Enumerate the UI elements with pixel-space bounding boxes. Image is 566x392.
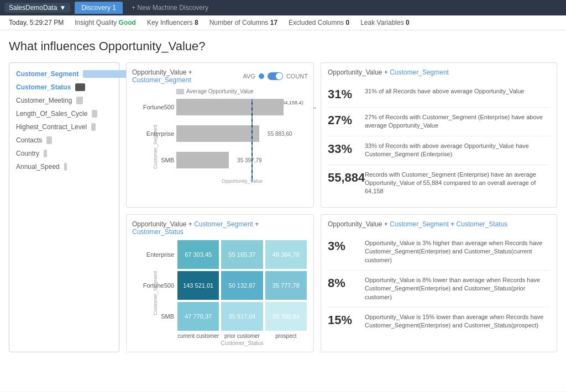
insight-quality-label: Insight Quality	[75, 19, 117, 27]
insight-text: Records with Customer_Segment (Enterpris…	[365, 171, 550, 196]
sidebar-bar	[75, 83, 85, 91]
heatmap-panel: Opportunity_Value + Customer_Segment + C…	[126, 214, 314, 352]
bar-fill: --	[176, 99, 284, 115]
insight-value: 31%	[328, 87, 358, 102]
key-influencers-label: Key Influencers	[147, 19, 193, 27]
sidebar-item-customer-status[interactable]: Customer_Status	[9, 81, 119, 94]
sidebar-item-label: Country	[16, 150, 39, 157]
avg-count-toggle[interactable]	[268, 72, 283, 80]
insight2-title-link2[interactable]: Customer_Status	[457, 220, 508, 228]
bar-chart-header: Opportunity_Value + Customer_Segment AVG…	[132, 68, 308, 84]
heatmap-cell: 30 390,64	[265, 302, 307, 331]
sidebar-item-country[interactable]: Country	[9, 147, 119, 160]
leak-variables: Leak Variables 0	[360, 19, 410, 27]
insight-item: 27%27% of Records with Customer_Segment …	[328, 108, 550, 136]
insight-text: 33% of Records with above average Opport…	[365, 142, 550, 159]
heatmap-row-label: SMB	[135, 313, 174, 320]
insight2-title-prefix: Opportunity_Value +	[328, 220, 390, 228]
insight-quality: Insight Quality Good	[75, 19, 136, 27]
info-bar: Today, 5:29:27 PM Insight Quality Good K…	[0, 15, 566, 30]
heatmap-row-label: Fortune500	[135, 282, 174, 289]
sidebar-item-label: Customer_Status	[16, 83, 71, 91]
bar-row-label: SMB	[133, 157, 174, 163]
heatmap-row: Fortune500143 521,0150 132,8735 777,78	[176, 271, 308, 300]
timestamp: Today, 5:29:27 PM	[9, 19, 64, 27]
sidebar-item-highest-contract-level[interactable]: Highest_Contract_Level	[9, 120, 119, 134]
insight-value: 3%	[328, 239, 358, 253]
avg-dashed-line	[251, 99, 253, 182]
sidebar-bar	[46, 136, 52, 144]
insight-item: 33%33% of Records with above average Opp…	[328, 136, 550, 165]
chart2-title-link2[interactable]: Customer_Status	[132, 228, 184, 236]
chart2-title-link1[interactable]: Customer_Segment	[194, 220, 253, 228]
avg-label: AVG	[243, 73, 255, 80]
bar-chart-legend: Average Opportunity_Value	[132, 88, 308, 94]
legend-label: Average Opportunity_Value	[186, 88, 254, 94]
insight1-title: Opportunity_Value + Customer_Segment	[328, 68, 550, 76]
insight1-title-prefix: Opportunity_Value +	[328, 68, 390, 76]
page: What influences Opportunity_Value? Custo…	[0, 30, 566, 391]
sidebar-item-customer-segment[interactable]: Customer_Segment	[9, 67, 119, 81]
bar-row-label: Enterprise	[133, 130, 174, 137]
heatmap-x-label: current customer	[176, 333, 220, 339]
heatmap-cell: 35 777,78	[265, 271, 307, 300]
sidebar: Customer_SegmentCustomer_StatusCustomer_…	[9, 62, 119, 352]
bar-chart: Customer_Segment Overall avg (64,158.4)F…	[132, 99, 308, 195]
heatmap-row: Enterprise67 303,4555 165,3748 364,78	[176, 240, 308, 269]
leak-variables-label: Leak Variables	[360, 19, 404, 27]
heatmap-chart-header: Opportunity_Value + Customer_Segment + C…	[132, 220, 308, 236]
sidebar-bar	[91, 123, 96, 131]
sidebar-item-label: Customer_Segment	[16, 70, 78, 78]
toggle-dot	[259, 73, 264, 79]
insight-panel-1: Opportunity_Value + Customer_Segment 31%…	[321, 62, 557, 208]
heatmap-x-label: prior customer	[220, 333, 264, 339]
tab-new-discovery[interactable]: + New Machine Discovery	[127, 2, 213, 14]
insight1-title-link[interactable]: Customer_Segment	[390, 68, 449, 76]
bar-row: Enterprise55 883,60	[176, 125, 308, 142]
excluded-columns-label: Excluded Columns	[289, 19, 344, 27]
key-influencers-value: 8	[195, 19, 198, 27]
bar-row: SMB35 397,79	[176, 152, 308, 168]
insight-item: 31%31% of all Records have above average…	[328, 82, 550, 108]
insight-text: Opportunity_Value is 15% lower than aver…	[365, 313, 550, 330]
heatmap-chart-title: Opportunity_Value + Customer_Segment + C…	[132, 220, 308, 236]
sidebar-bar	[83, 70, 133, 78]
insight2-title-link1[interactable]: Customer_Segment	[390, 220, 449, 228]
heatmap-row: SMB47 770,3735 917,0430 390,64	[176, 302, 308, 331]
heatmap-x-label: prospect	[264, 333, 308, 339]
insight-quality-value: Good	[119, 19, 136, 27]
heatmap-cell: 47 770,37	[177, 302, 219, 331]
heatmap-y-axis: Customer_Segment	[153, 271, 158, 315]
chart2-title-prefix: Opportunity_Value +	[132, 220, 194, 228]
insight1-items: 31%31% of all Records have above average…	[328, 82, 550, 202]
chart1-title-link[interactable]: Customer_Segment	[132, 76, 191, 84]
bar-value: 35 397,79	[237, 157, 262, 163]
brand-tab[interactable]: SalesDemoData ▼	[4, 3, 70, 13]
heatmap-cell: 35 917,04	[221, 302, 263, 331]
sidebar-item-label: Customer_Meeting	[16, 97, 72, 104]
sidebar-bar	[92, 110, 97, 118]
sidebar-item-annual-speed[interactable]: Annual_Speed	[9, 160, 119, 173]
main-layout: Customer_SegmentCustomer_StatusCustomer_…	[9, 62, 557, 352]
heatmap-x-labels: current customerprior customerprospect	[176, 333, 308, 339]
content-area: Opportunity_Value + Customer_Segment AVG…	[126, 62, 557, 352]
sidebar-item-length-of-sales-cycle[interactable]: Length_Of_Sales_Cycle	[9, 107, 119, 120]
num-columns: Number of Columns 17	[209, 19, 277, 27]
sidebar-item-contacts[interactable]: Contacts	[9, 134, 119, 147]
sidebar-item-customer-meeting[interactable]: Customer_Meeting	[9, 94, 119, 107]
bar-row: Fortune500--	[176, 99, 308, 115]
num-columns-value: 17	[270, 19, 277, 27]
charts-row-2: Opportunity_Value + Customer_Segment + C…	[126, 214, 557, 352]
bar-fill: 55 883,60	[176, 125, 259, 142]
heatmap-row-label: Enterprise	[135, 251, 174, 258]
sidebar-bar	[64, 163, 67, 171]
tab1-label: Discovery 1	[81, 4, 116, 12]
sidebar-bar	[44, 150, 47, 157]
bar-chart-panel: Opportunity_Value + Customer_Segment AVG…	[126, 62, 314, 208]
insight2-items: 3%Opportunity_Value is 3% higher than av…	[328, 234, 550, 336]
tab-discovery1[interactable]: Discovery 1	[75, 2, 123, 14]
heatmap-cell: 67 303,45	[177, 240, 219, 269]
excluded-columns: Excluded Columns 0	[289, 19, 349, 27]
sidebar-item-label: Length_Of_Sales_Cycle	[16, 110, 87, 118]
sidebar-item-label: Annual_Speed	[16, 163, 60, 171]
